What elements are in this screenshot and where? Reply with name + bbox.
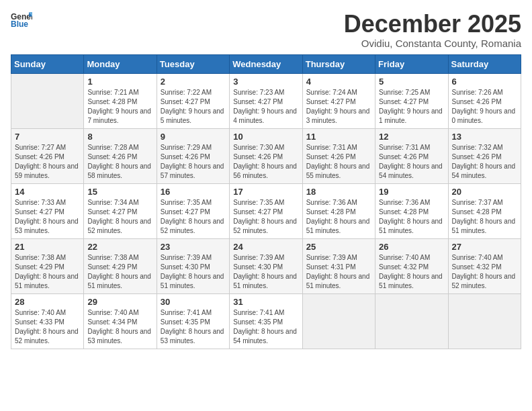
day-number: 27 [452, 242, 517, 252]
day-number: 8 [87, 132, 152, 142]
day-number: 30 [161, 297, 226, 307]
calendar-cell [375, 293, 448, 349]
day-info: Sunrise: 7:27 AMSunset: 4:26 PMDaylight:… [15, 143, 80, 181]
calendar-cell: 29Sunrise: 7:40 AMSunset: 4:34 PMDayligh… [84, 293, 157, 349]
calendar-cell: 6Sunrise: 7:26 AMSunset: 4:26 PMDaylight… [448, 73, 521, 128]
weekday-header-friday: Friday [375, 54, 448, 73]
weekday-header-monday: Monday [84, 54, 157, 73]
day-number: 23 [161, 242, 226, 252]
weekday-header-sunday: Sunday [11, 54, 84, 73]
calendar-cell: 11Sunrise: 7:31 AMSunset: 4:26 PMDayligh… [302, 128, 375, 183]
day-number: 2 [161, 77, 226, 87]
calendar-cell: 13Sunrise: 7:32 AMSunset: 4:26 PMDayligh… [448, 128, 521, 183]
calendar-cell: 31Sunrise: 7:41 AMSunset: 4:35 PMDayligh… [230, 293, 302, 349]
day-number: 28 [15, 297, 80, 307]
weekday-header-row: SundayMondayTuesdayWednesdayThursdayFrid… [11, 54, 521, 73]
day-info: Sunrise: 7:30 AMSunset: 4:26 PMDaylight:… [233, 143, 298, 181]
calendar-cell: 17Sunrise: 7:35 AMSunset: 4:27 PMDayligh… [230, 183, 302, 238]
day-number: 24 [233, 242, 298, 252]
day-number: 3 [233, 77, 298, 87]
day-number: 19 [379, 187, 444, 197]
calendar-cell: 5Sunrise: 7:25 AMSunset: 4:27 PMDaylight… [375, 73, 448, 128]
calendar-cell: 20Sunrise: 7:37 AMSunset: 4:28 PMDayligh… [448, 183, 521, 238]
day-info: Sunrise: 7:25 AMSunset: 4:27 PMDaylight:… [379, 88, 444, 126]
day-info: Sunrise: 7:31 AMSunset: 4:26 PMDaylight:… [379, 143, 444, 181]
day-number: 31 [233, 297, 298, 307]
month-title: December 2025 [344, 11, 521, 38]
day-info: Sunrise: 7:41 AMSunset: 4:35 PMDaylight:… [233, 308, 298, 346]
calendar-cell: 1Sunrise: 7:21 AMSunset: 4:28 PMDaylight… [84, 73, 157, 128]
day-info: Sunrise: 7:36 AMSunset: 4:28 PMDaylight:… [379, 198, 444, 236]
day-info: Sunrise: 7:40 AMSunset: 4:32 PMDaylight:… [379, 253, 444, 291]
day-number: 20 [452, 187, 517, 197]
weekday-header-thursday: Thursday [302, 54, 375, 73]
calendar-cell: 9Sunrise: 7:29 AMSunset: 4:26 PMDaylight… [157, 128, 229, 183]
calendar-cell: 4Sunrise: 7:24 AMSunset: 4:27 PMDaylight… [302, 73, 375, 128]
day-number: 1 [87, 77, 152, 87]
calendar-cell: 23Sunrise: 7:39 AMSunset: 4:30 PMDayligh… [157, 238, 229, 293]
generalblue-logo-icon: General Blue [11, 11, 32, 30]
day-number: 11 [306, 132, 371, 142]
weekday-header-tuesday: Tuesday [157, 54, 229, 73]
location-title: Ovidiu, Constanta County, Romania [344, 38, 521, 49]
day-info: Sunrise: 7:40 AMSunset: 4:32 PMDaylight:… [452, 253, 517, 291]
calendar-cell [11, 73, 84, 128]
day-info: Sunrise: 7:35 AMSunset: 4:27 PMDaylight:… [161, 198, 226, 236]
title-block: December 2025 Ovidiu, Constanta County, … [344, 11, 521, 49]
calendar-cell: 24Sunrise: 7:39 AMSunset: 4:30 PMDayligh… [230, 238, 302, 293]
weekday-header-wednesday: Wednesday [230, 54, 302, 73]
calendar-cell: 15Sunrise: 7:34 AMSunset: 4:27 PMDayligh… [84, 183, 157, 238]
calendar-table: SundayMondayTuesdayWednesdayThursdayFrid… [11, 54, 521, 349]
day-info: Sunrise: 7:38 AMSunset: 4:29 PMDaylight:… [15, 253, 80, 291]
day-number: 21 [15, 242, 80, 252]
day-number: 18 [306, 187, 371, 197]
logo: General Blue [11, 11, 32, 30]
day-info: Sunrise: 7:37 AMSunset: 4:28 PMDaylight:… [452, 198, 517, 236]
calendar-cell: 7Sunrise: 7:27 AMSunset: 4:26 PMDaylight… [11, 128, 84, 183]
day-info: Sunrise: 7:40 AMSunset: 4:34 PMDaylight:… [87, 308, 152, 346]
day-number: 6 [452, 77, 517, 87]
day-number: 13 [452, 132, 517, 142]
day-info: Sunrise: 7:31 AMSunset: 4:26 PMDaylight:… [306, 143, 371, 181]
day-info: Sunrise: 7:22 AMSunset: 4:27 PMDaylight:… [161, 88, 226, 126]
calendar-week-row: 21Sunrise: 7:38 AMSunset: 4:29 PMDayligh… [11, 238, 521, 293]
calendar-cell: 2Sunrise: 7:22 AMSunset: 4:27 PMDaylight… [157, 73, 229, 128]
calendar-cell: 8Sunrise: 7:28 AMSunset: 4:26 PMDaylight… [84, 128, 157, 183]
calendar-cell: 27Sunrise: 7:40 AMSunset: 4:32 PMDayligh… [448, 238, 521, 293]
svg-text:Blue: Blue [11, 19, 28, 29]
calendar-week-row: 28Sunrise: 7:40 AMSunset: 4:33 PMDayligh… [11, 293, 521, 349]
day-number: 4 [306, 77, 371, 87]
page-header: General Blue December 2025 Ovidiu, Const… [11, 11, 521, 49]
calendar-cell: 3Sunrise: 7:23 AMSunset: 4:27 PMDaylight… [230, 73, 302, 128]
day-info: Sunrise: 7:36 AMSunset: 4:28 PMDaylight:… [306, 198, 371, 236]
day-info: Sunrise: 7:29 AMSunset: 4:26 PMDaylight:… [161, 143, 226, 181]
day-number: 22 [87, 242, 152, 252]
day-info: Sunrise: 7:39 AMSunset: 4:30 PMDaylight:… [161, 253, 226, 291]
day-info: Sunrise: 7:39 AMSunset: 4:31 PMDaylight:… [306, 253, 371, 291]
day-number: 9 [161, 132, 226, 142]
day-info: Sunrise: 7:21 AMSunset: 4:28 PMDaylight:… [87, 88, 152, 126]
calendar-cell: 16Sunrise: 7:35 AMSunset: 4:27 PMDayligh… [157, 183, 229, 238]
day-number: 17 [233, 187, 298, 197]
calendar-cell [302, 293, 375, 349]
calendar-cell: 21Sunrise: 7:38 AMSunset: 4:29 PMDayligh… [11, 238, 84, 293]
day-info: Sunrise: 7:39 AMSunset: 4:30 PMDaylight:… [233, 253, 298, 291]
calendar-cell: 12Sunrise: 7:31 AMSunset: 4:26 PMDayligh… [375, 128, 448, 183]
day-info: Sunrise: 7:32 AMSunset: 4:26 PMDaylight:… [452, 143, 517, 181]
day-number: 29 [87, 297, 152, 307]
day-number: 25 [306, 242, 371, 252]
calendar-cell: 14Sunrise: 7:33 AMSunset: 4:27 PMDayligh… [11, 183, 84, 238]
calendar-week-row: 1Sunrise: 7:21 AMSunset: 4:28 PMDaylight… [11, 73, 521, 128]
calendar-cell [448, 293, 521, 349]
day-info: Sunrise: 7:38 AMSunset: 4:29 PMDaylight:… [87, 253, 152, 291]
calendar-cell: 26Sunrise: 7:40 AMSunset: 4:32 PMDayligh… [375, 238, 448, 293]
day-info: Sunrise: 7:28 AMSunset: 4:26 PMDaylight:… [87, 143, 152, 181]
day-info: Sunrise: 7:40 AMSunset: 4:33 PMDaylight:… [15, 308, 80, 346]
day-info: Sunrise: 7:23 AMSunset: 4:27 PMDaylight:… [233, 88, 298, 126]
day-number: 10 [233, 132, 298, 142]
day-number: 12 [379, 132, 444, 142]
calendar-cell: 10Sunrise: 7:30 AMSunset: 4:26 PMDayligh… [230, 128, 302, 183]
weekday-header-saturday: Saturday [448, 54, 521, 73]
day-number: 16 [161, 187, 226, 197]
calendar-cell: 22Sunrise: 7:38 AMSunset: 4:29 PMDayligh… [84, 238, 157, 293]
